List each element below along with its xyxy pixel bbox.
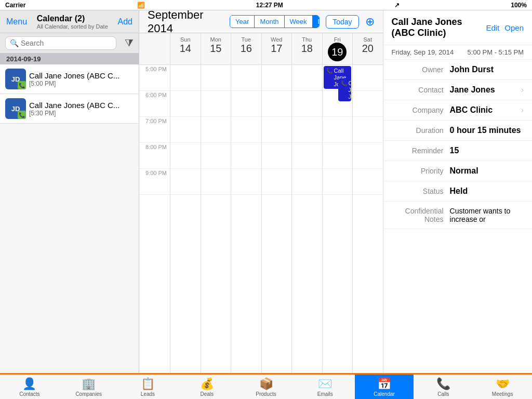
open-button[interactable]: Open <box>504 23 524 32</box>
tab-products-label: Products <box>256 391 276 397</box>
tab-emails[interactable]: ✉️ Emails <box>296 375 355 399</box>
search-input[interactable] <box>21 39 112 47</box>
day-col-header-mon[interactable]: Mon 15 <box>201 33 232 64</box>
time-grid: 5:00 PM 6:00 PM 7:00 PM 8:00 PM 9:00 PM <box>139 65 383 373</box>
day-col-header-thu[interactable]: Thu 18 <box>292 33 323 64</box>
status-bar: Carrier 📶 12:27 PM ↗ 100% <box>0 0 532 10</box>
companies-icon: 🏢 <box>82 377 96 391</box>
calendar-subtitle: All Calendar, sorted by Date <box>37 23 108 30</box>
products-icon: 📦 <box>259 377 273 391</box>
tab-meetings-label: Meetings <box>492 391 513 397</box>
detail-field-status: Status Held <box>383 181 532 202</box>
tab-contacts-label: Contacts <box>19 391 39 397</box>
event-title-2: Call Jane Jones (ABC Clinic) <box>349 80 352 101</box>
tab-products[interactable]: 📦 Products <box>236 375 296 399</box>
day-col-header-sat[interactable]: Sat 20 <box>353 33 383 64</box>
tab-companies[interactable]: 🏢 Companies <box>59 375 118 399</box>
clock: 12:27 PM <box>256 2 283 9</box>
battery-label: 100% <box>511 2 527 9</box>
day-col-sat[interactable] <box>353 65 383 373</box>
list-item-title: Call Jane Jones (ABC C... <box>29 71 134 80</box>
tab-deals[interactable]: 💰 Deals <box>177 375 236 399</box>
company-value: ABC Clinic <box>450 105 521 115</box>
event-call-jane-2[interactable]: 📞 Call Jane Jones (ABC Clinic) <box>338 78 352 101</box>
tab-meetings[interactable]: 🤝 Meetings <box>473 375 532 399</box>
detail-header: Call Jane Jones (ABC Clinic) Edit Open <box>383 10 532 45</box>
tab-deals-label: Deals <box>200 391 214 397</box>
search-icon: 🔍 <box>10 39 19 47</box>
detail-date-row: Friday, Sep 19, 2014 5:00 PM - 5:15 PM <box>383 45 532 60</box>
list-item[interactable]: JD 📞 Call Jane Jones (ABC C... [5:30 PM] <box>0 94 139 124</box>
date-group-header: 2014-09-19 <box>0 54 139 64</box>
day-col-mon[interactable] <box>201 65 232 373</box>
time-slot-800pm: 8:00 PM <box>139 143 170 169</box>
reminder-value: 15 <box>450 146 524 155</box>
list-item-time: [5:00 PM] <box>29 80 134 87</box>
calendar-title: Calendar (2) <box>37 14 108 23</box>
tab-week[interactable]: Week <box>285 16 313 28</box>
day-col-tue[interactable] <box>231 65 262 373</box>
tab-contacts[interactable]: 👤 Contacts <box>0 375 59 399</box>
view-tabs: Year Month Week Day <box>230 15 320 28</box>
time-labels: 5:00 PM 6:00 PM 7:00 PM 8:00 PM 9:00 PM <box>139 65 170 373</box>
contacts-icon: 👤 <box>22 377 36 391</box>
add-calendar-button[interactable]: ⊕ <box>365 15 375 29</box>
tab-month[interactable]: Month <box>255 16 284 28</box>
tab-companies-label: Companies <box>75 391 102 397</box>
status-value: Held <box>450 187 524 196</box>
time-slot-500pm: 5:00 PM <box>139 65 170 91</box>
time-slot-600pm: 6:00 PM <box>139 91 170 117</box>
day-col-wed[interactable] <box>262 65 292 373</box>
tab-calls[interactable]: 📞 Calls <box>414 375 473 399</box>
day-col-thu[interactable] <box>292 65 323 373</box>
reminder-label: Reminder <box>392 147 444 155</box>
day-col-fri[interactable]: 📞 Call Jane Jones (ABC Clinic) 📞 Call Ja… <box>323 65 353 373</box>
tab-day[interactable]: Day <box>313 16 320 28</box>
detail-field-priority: Priority Normal <box>383 161 532 181</box>
day-col-header-sun[interactable]: Sun 14 <box>170 33 201 64</box>
detail-field-reminder: Reminder 15 <box>383 141 532 161</box>
edit-button[interactable]: Edit <box>486 23 499 32</box>
contact-value: Jane Jones <box>450 85 521 95</box>
phone-icon: 📞 <box>18 111 26 119</box>
today-button[interactable]: Today <box>326 15 358 29</box>
wifi-icon: 📶 <box>137 2 145 9</box>
avatar: JD 📞 <box>5 98 26 119</box>
detail-field-contact[interactable]: Contact Jane Jones › <box>383 80 532 100</box>
phone-icon: 📞 <box>18 81 26 89</box>
owner-label: Owner <box>392 65 444 74</box>
search-input-wrap: 🔍 <box>5 36 116 50</box>
tab-year[interactable]: Year <box>230 16 255 28</box>
notes-label: Confidential Notes <box>392 207 444 223</box>
detail-field-company[interactable]: Company ABC Clinic › <box>383 100 532 121</box>
carrier-label: Carrier <box>5 2 25 9</box>
day-col-header-fri[interactable]: Fri 19 <box>323 33 353 64</box>
calendar-icon: 📅 <box>377 377 391 391</box>
day-col-sun[interactable] <box>170 65 201 373</box>
tab-leads[interactable]: 📋 Leads <box>118 375 178 399</box>
deals-icon: 💰 <box>200 377 214 391</box>
filter-button[interactable]: ⧩ <box>125 37 134 49</box>
duration-label: Duration <box>392 126 444 135</box>
owner-value: John Durst <box>450 65 524 74</box>
calendar-header: September 2014 Year Month Week Day Today… <box>139 10 383 33</box>
calendar-area: September 2014 Year Month Week Day Today… <box>139 10 383 373</box>
event-phone-icon: 📞 <box>341 81 347 86</box>
tab-leads-label: Leads <box>141 391 155 397</box>
day-header-row: Sun 14 Mon 15 Tue 16 Wed 17 Thu 18 <box>139 33 383 65</box>
add-button[interactable]: Add <box>118 17 132 26</box>
menu-button[interactable]: Menu <box>6 17 27 26</box>
detail-time: 5:00 PM - 5:15 PM <box>468 48 524 56</box>
list-item[interactable]: JD 📞 Call Jane Jones (ABC C... [5:00 PM] <box>0 64 139 94</box>
day-col-header-tue[interactable]: Tue 16 <box>231 33 262 64</box>
time-slot-700pm: 7:00 PM <box>139 117 170 143</box>
detail-field-owner: Owner John Durst <box>383 60 532 80</box>
tab-calendar-label: Calendar <box>374 391 395 397</box>
duration-value: 0 hour 15 minutes <box>450 126 524 135</box>
tab-calendar[interactable]: 📅 Calendar <box>355 375 414 399</box>
day-col-header-wed[interactable]: Wed 17 <box>262 33 292 64</box>
detail-field-notes: Confidential Notes Customer wants to inc… <box>383 202 532 229</box>
sidebar-header: Menu Calendar (2) All Calendar, sorted b… <box>0 10 139 33</box>
day-cols: Sun 14 Mon 15 Tue 16 Wed 17 Thu 18 <box>170 33 383 64</box>
calendar-title-block: Calendar (2) All Calendar, sorted by Dat… <box>37 14 108 30</box>
